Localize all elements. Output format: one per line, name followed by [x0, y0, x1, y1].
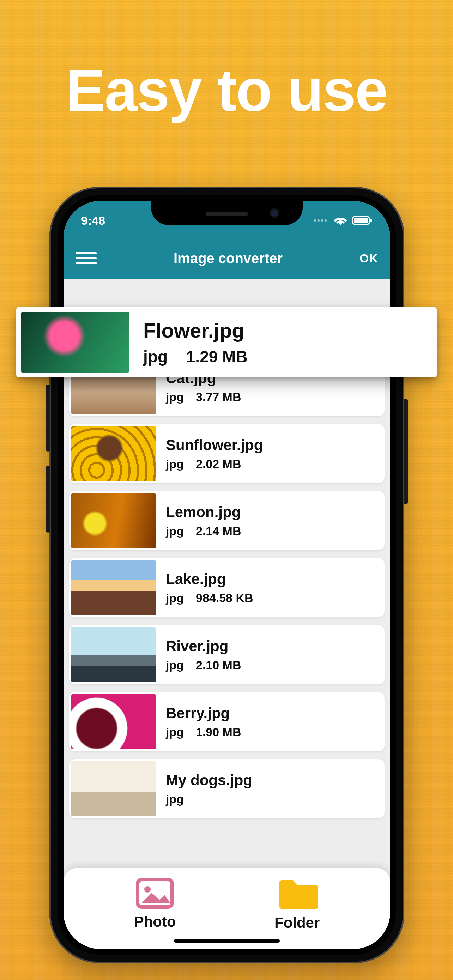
file-ext: jpg [166, 390, 184, 404]
speaker-grille [206, 212, 248, 216]
file-name: Lake.jpg [166, 571, 253, 588]
file-ext: jpg [166, 457, 184, 471]
file-size: 2.14 MB [196, 524, 241, 538]
file-name: Berry.jpg [166, 705, 241, 722]
cellular-dots-icon [314, 220, 327, 221]
ok-button[interactable]: OK [359, 251, 378, 265]
app-title: Image converter [173, 250, 283, 266]
tab-photo-label: Photo [134, 913, 176, 930]
file-thumbnail [71, 426, 156, 481]
phone-frame: 9:48 Image converte [49, 187, 404, 963]
file-row[interactable]: Lake.jpgjpg984.58 KB [69, 558, 385, 617]
file-ext: jpg [166, 725, 184, 739]
file-ext: jpg [143, 347, 168, 366]
file-row[interactable]: Lemon.jpgjpg2.14 MB [69, 491, 385, 550]
file-size: 3.77 MB [196, 390, 241, 404]
file-thumbnail [71, 694, 156, 749]
file-row[interactable]: River.jpgjpg2.10 MB [69, 625, 385, 684]
file-row[interactable]: My dogs.jpgjpg [69, 759, 385, 818]
svg-point-4 [144, 886, 151, 892]
file-name: Flower.jpg [143, 318, 248, 342]
file-ext: jpg [166, 524, 184, 538]
home-indicator[interactable] [174, 939, 280, 943]
svg-rect-1 [353, 218, 368, 223]
wifi-icon [334, 216, 347, 226]
file-size: 2.10 MB [196, 658, 241, 672]
file-ext: jpg [166, 792, 184, 806]
file-thumbnail [21, 312, 129, 372]
file-ext: jpg [166, 658, 184, 672]
volume-up-button [46, 385, 50, 452]
bottom-tab-bar: Photo Folder [64, 868, 390, 949]
device-notch [151, 201, 303, 225]
file-thumbnail [71, 493, 156, 548]
menu-button[interactable] [75, 252, 97, 264]
file-row-featured[interactable]: Flower.jpg jpg 1.29 MB [16, 307, 437, 377]
volume-down-button [46, 466, 50, 533]
file-size: 1.90 MB [196, 725, 241, 739]
battery-icon [352, 216, 373, 226]
tab-photo[interactable]: Photo [134, 877, 176, 930]
file-size: 984.58 KB [196, 591, 253, 605]
file-name: River.jpg [166, 638, 241, 655]
svg-rect-2 [370, 219, 372, 222]
status-time: 9:48 [81, 214, 105, 228]
tab-folder-label: Folder [275, 915, 319, 931]
file-thumbnail [71, 627, 156, 682]
file-thumbnail [71, 761, 156, 816]
front-camera [271, 210, 278, 216]
tab-folder[interactable]: Folder [275, 876, 319, 931]
file-thumbnail [71, 560, 156, 615]
file-size: 1.29 MB [186, 347, 248, 366]
photo-icon [135, 877, 174, 910]
file-name: Sunflower.jpg [166, 437, 263, 453]
file-row[interactable]: Sunflower.jpgjpg2.02 MB [69, 424, 385, 483]
folder-icon [276, 876, 318, 912]
power-button [404, 399, 408, 504]
file-row[interactable]: Berry.jpgjpg1.90 MB [69, 692, 385, 751]
file-name: Lemon.jpg [166, 504, 241, 521]
promo-headline: Easy to use [0, 56, 453, 124]
file-name: My dogs.jpg [166, 772, 252, 789]
file-ext: jpg [166, 591, 184, 605]
file-size: 2.02 MB [196, 457, 241, 471]
